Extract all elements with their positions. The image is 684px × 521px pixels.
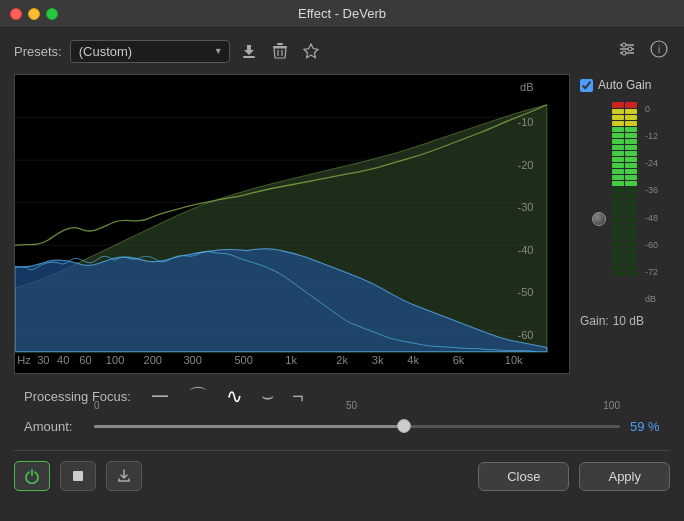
svg-text:1k: 1k	[285, 355, 297, 367]
maximize-button[interactable]	[46, 8, 58, 20]
svg-text:300: 300	[183, 355, 201, 367]
db-scale-unit: dB	[645, 294, 658, 304]
svg-point-10	[622, 51, 626, 55]
settings-button[interactable]	[616, 38, 638, 64]
svg-text:-10: -10	[518, 116, 534, 128]
bottom-right-controls: Close Apply	[478, 462, 670, 491]
amount-label: Amount:	[24, 419, 84, 434]
close-button[interactable]	[10, 8, 22, 20]
delete-preset-button[interactable]	[270, 40, 290, 62]
traffic-lights	[10, 8, 58, 20]
gain-panel: Auto Gain	[580, 74, 670, 374]
apply-button[interactable]: Apply	[579, 462, 670, 491]
db-scale-72: -72	[645, 267, 658, 277]
stop-button[interactable]	[60, 461, 96, 491]
gain-label: Gain:	[580, 314, 609, 328]
db-scale-0: 0	[645, 104, 658, 114]
presets-label: Presets:	[14, 44, 62, 59]
gain-value: 10 dB	[613, 314, 644, 328]
amount-row: Amount: 0 50 100 59 %	[14, 416, 670, 436]
gain-value-row: Gain: 10 dB	[580, 314, 644, 328]
svg-text:-60: -60	[518, 329, 534, 341]
amount-value: 59 %	[630, 419, 670, 434]
svg-text:-20: -20	[518, 159, 534, 171]
window-title: Effect - DeVerb	[298, 6, 386, 21]
db-scale-48: -48	[645, 213, 658, 223]
info-button[interactable]: i	[648, 38, 670, 64]
auto-gain-label[interactable]: Auto Gain	[598, 78, 651, 92]
amount-slider-thumb[interactable]	[397, 419, 411, 433]
db-scale-60: -60	[645, 240, 658, 250]
save-preset-button[interactable]	[238, 40, 260, 62]
auto-gain-checkbox[interactable]	[580, 79, 593, 92]
svg-point-9	[628, 47, 632, 51]
svg-text:-50: -50	[518, 287, 534, 299]
db-scale-36: -36	[645, 185, 658, 195]
svg-rect-0	[243, 56, 255, 58]
spectrum-analyzer: dB -10 -20 -30 -40 -50 -60 Hz 30 40 60 1…	[14, 74, 570, 374]
svg-text:30: 30	[37, 355, 49, 367]
svg-text:-30: -30	[518, 201, 534, 213]
svg-point-8	[622, 43, 626, 47]
power-button[interactable]	[14, 461, 50, 491]
svg-text:500: 500	[234, 355, 252, 367]
slider-min-label: 0	[94, 400, 100, 411]
amount-slider-filled	[94, 425, 404, 428]
svg-text:40: 40	[57, 355, 69, 367]
svg-rect-40	[73, 471, 83, 481]
svg-text:dB: dB	[520, 81, 534, 93]
svg-text:200: 200	[144, 355, 162, 367]
amount-slider-container: 0 50 100	[94, 416, 620, 436]
auto-gain-row: Auto Gain	[580, 78, 651, 92]
svg-text:-40: -40	[518, 244, 534, 256]
svg-text:3k: 3k	[372, 355, 384, 367]
db-scale-12: -12	[645, 131, 658, 141]
bottom-left-controls	[14, 461, 142, 491]
svg-text:60: 60	[79, 355, 91, 367]
slider-mid-label: 50	[346, 400, 357, 411]
slider-max-label: 100	[603, 400, 620, 411]
close-button-action[interactable]: Close	[478, 462, 569, 491]
spectrum-svg: dB -10 -20 -30 -40 -50 -60 Hz 30 40 60 1…	[15, 75, 569, 373]
gain-knob[interactable]	[592, 212, 606, 226]
favorite-preset-button[interactable]	[300, 41, 322, 62]
presets-select[interactable]: (Custom)	[70, 40, 230, 63]
svg-rect-2	[277, 43, 283, 45]
title-bar: Effect - DeVerb	[0, 0, 684, 28]
svg-text:100: 100	[106, 355, 124, 367]
svg-text:10k: 10k	[505, 355, 523, 367]
svg-text:Hz: Hz	[17, 355, 31, 367]
svg-text:i: i	[658, 44, 660, 55]
svg-text:4k: 4k	[407, 355, 419, 367]
presets-row: Presets: (Custom)	[14, 38, 670, 64]
svg-text:2k: 2k	[336, 355, 348, 367]
minimize-button[interactable]	[28, 8, 40, 20]
amount-slider-track	[94, 425, 620, 428]
db-scale-24: -24	[645, 158, 658, 168]
bottom-row: Close Apply	[14, 450, 670, 491]
export-button[interactable]	[106, 461, 142, 491]
content-area: dB -10 -20 -30 -40 -50 -60 Hz 30 40 60 1…	[14, 74, 670, 374]
svg-text:6k: 6k	[453, 355, 465, 367]
